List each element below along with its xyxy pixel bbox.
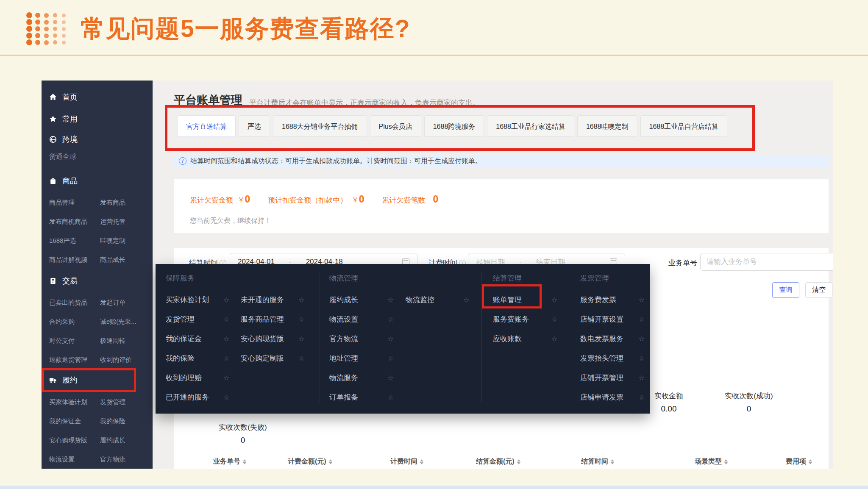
table-header-cell[interactable]: 计费金额(元) <box>288 457 332 466</box>
sidebar-link[interactable]: 物流设置 <box>49 456 100 464</box>
sidebar-link[interactable]: 合约采购 <box>49 318 100 326</box>
sort-icon[interactable] <box>329 459 332 464</box>
menu-item[interactable]: 服务费账务☆ <box>493 313 557 325</box>
sidebar-item-home[interactable]: 首页 <box>49 91 78 103</box>
favorite-star-icon[interactable]: ☆ <box>639 315 645 323</box>
menu-item[interactable]: 发票抬头管理☆ <box>580 352 645 364</box>
favorite-star-icon[interactable]: ☆ <box>223 354 229 362</box>
favorite-star-icon[interactable]: ☆ <box>298 296 304 304</box>
menu-item[interactable]: 账单管理☆ <box>493 294 557 306</box>
menu-item[interactable]: 店铺申请发票☆ <box>580 391 645 403</box>
favorite-star-icon[interactable]: ☆ <box>463 296 469 304</box>
menu-item[interactable]: 地址管理☆ <box>329 352 394 364</box>
favorite-star-icon[interactable]: ☆ <box>298 354 304 362</box>
menu-item[interactable]: 物流服务☆ <box>329 372 394 383</box>
sidebar-link[interactable]: 运营托管 <box>100 218 125 226</box>
sidebar-link[interactable]: 商品管理 <box>49 199 100 207</box>
sidebar-link[interactable]: 1688严选 <box>49 237 100 245</box>
tab[interactable]: 1688工业品行家选结算 <box>487 115 574 137</box>
sidebar-section-fulfillment[interactable]: 履约 <box>49 374 78 386</box>
favorite-star-icon[interactable]: ☆ <box>639 335 645 343</box>
sidebar-link[interactable]: 官方物流 <box>100 456 125 464</box>
tab[interactable]: 官方直送结算 <box>177 115 236 137</box>
favorite-star-icon[interactable]: ☆ <box>551 335 557 343</box>
menu-item[interactable]: 收到的理赔☆ <box>166 372 229 383</box>
favorite-star-icon[interactable]: ☆ <box>639 393 645 401</box>
sort-icon[interactable] <box>517 459 520 464</box>
favorite-star-icon[interactable]: ☆ <box>223 393 229 401</box>
sort-icon[interactable] <box>611 459 614 464</box>
menu-item[interactable]: 买家体验计划☆ <box>166 294 229 306</box>
sidebar-link[interactable]: 发货管理 <box>100 398 125 406</box>
sort-icon[interactable] <box>724 459 728 464</box>
sidebar-link[interactable]: 诚e赊(先采... <box>100 318 136 326</box>
favorite-star-icon[interactable]: ☆ <box>223 335 229 343</box>
sidebar-link[interactable]: 商品成长 <box>100 256 125 264</box>
sort-icon[interactable] <box>809 459 812 464</box>
sidebar-link[interactable]: 哇噢定制 <box>100 237 125 245</box>
sidebar-section-trade[interactable]: 交易 <box>49 275 78 287</box>
tab[interactable]: 1688大分销业务平台抽佣 <box>273 115 367 137</box>
favorite-star-icon[interactable]: ☆ <box>223 296 229 304</box>
sidebar-link[interactable]: 极速周转 <box>100 337 136 345</box>
menu-item[interactable]: 安心购定制版☆ <box>241 352 304 364</box>
favorite-star-icon[interactable]: ☆ <box>223 315 229 323</box>
favorite-star-icon[interactable]: ☆ <box>639 374 645 382</box>
sidebar-link[interactable]: 发布商品 <box>100 199 125 207</box>
query-button[interactable]: 查询 <box>772 282 799 298</box>
menu-item[interactable]: 物流监控☆ <box>406 294 469 306</box>
sidebar-link[interactable]: 发布商机商品 <box>49 218 100 226</box>
favorite-star-icon[interactable]: ☆ <box>639 296 645 304</box>
tab[interactable]: Plus会员店 <box>370 115 421 137</box>
menu-item[interactable]: 订单报备☆ <box>329 391 394 403</box>
sidebar-link[interactable]: 履约成长 <box>100 436 125 445</box>
menu-item[interactable]: 未开通的服务☆ <box>241 294 304 306</box>
table-header-cell[interactable]: 计费时间 <box>390 457 423 466</box>
favorite-star-icon[interactable]: ☆ <box>298 315 304 323</box>
table-header-cell[interactable]: 费用项 <box>786 457 812 466</box>
favorite-star-icon[interactable]: ☆ <box>639 354 645 362</box>
order-number-input[interactable] <box>700 253 833 271</box>
menu-item[interactable]: 应收账款☆ <box>493 333 557 345</box>
favorite-star-icon[interactable]: ☆ <box>551 296 557 304</box>
sidebar-link[interactable]: 买家体验计划 <box>49 398 100 406</box>
clear-button[interactable]: 清空 <box>805 282 832 298</box>
favorite-star-icon[interactable]: ☆ <box>388 296 394 304</box>
favorite-star-icon[interactable]: ☆ <box>388 393 394 401</box>
menu-item[interactable]: 店铺开票设置☆ <box>580 313 645 325</box>
sidebar-link[interactable]: 退款退货管理 <box>49 356 100 364</box>
menu-item[interactable]: 服务费发票☆ <box>580 294 645 306</box>
favorite-star-icon[interactable]: ☆ <box>551 315 557 323</box>
menu-item[interactable]: 数电发票服务☆ <box>580 333 645 345</box>
sidebar-item-favorites[interactable]: 常用 <box>49 113 78 125</box>
menu-item[interactable]: 我的保证金☆ <box>166 333 229 345</box>
menu-item[interactable]: 我的保险☆ <box>166 352 229 364</box>
tab[interactable]: 严选 <box>239 115 270 137</box>
table-header-cell[interactable]: 场景类型 <box>695 457 728 466</box>
favorite-star-icon[interactable]: ☆ <box>388 374 394 382</box>
favorite-star-icon[interactable]: ☆ <box>298 335 304 343</box>
table-header-cell[interactable]: 结算金额(元) <box>476 457 520 466</box>
menu-item[interactable]: 店铺开票管理☆ <box>580 372 645 383</box>
sort-icon[interactable] <box>420 459 423 464</box>
sidebar-link[interactable]: 商品讲解视频 <box>49 256 100 264</box>
sidebar-link[interactable]: 收到的评价 <box>100 356 136 364</box>
menu-item[interactable]: 安心购现货版☆ <box>241 333 304 345</box>
sidebar-link[interactable]: 我的保险 <box>100 417 125 425</box>
menu-item[interactable]: 已开通的服务☆ <box>166 391 229 403</box>
favorite-star-icon[interactable]: ☆ <box>388 335 394 343</box>
sidebar-item-global-goods[interactable]: 货通全球 <box>49 153 76 161</box>
favorite-star-icon[interactable]: ☆ <box>388 354 394 362</box>
table-header-cell[interactable]: 业务单号 <box>213 457 246 466</box>
menu-item[interactable]: 发货管理☆ <box>166 313 229 325</box>
sidebar-link[interactable]: 发起订单 <box>100 299 136 307</box>
menu-item[interactable]: 履约成长☆ <box>329 294 394 306</box>
sidebar-link[interactable]: 对公支付 <box>49 337 100 345</box>
menu-item[interactable]: 官方物流☆ <box>329 333 394 345</box>
sidebar-link[interactable]: 已卖出的货品 <box>49 299 100 307</box>
tab[interactable]: 1688哇噢定制 <box>577 115 637 137</box>
table-header-cell[interactable]: 结算时间 <box>581 457 614 466</box>
tab[interactable]: 1688跨境服务 <box>424 115 484 137</box>
sidebar-link[interactable]: 安心购现货版 <box>49 436 100 445</box>
favorite-star-icon[interactable]: ☆ <box>388 315 394 323</box>
